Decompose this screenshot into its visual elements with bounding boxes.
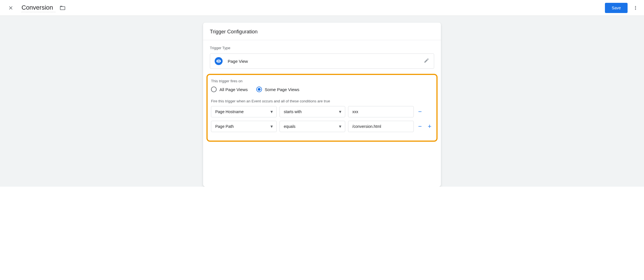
variable-value: Page Hostname [215, 109, 244, 114]
trigger-name-input[interactable] [22, 3, 56, 12]
card-title: Trigger Configuration [203, 23, 441, 40]
radio-label-some: Some Page Views [265, 87, 299, 92]
pencil-icon[interactable] [424, 58, 429, 64]
eye-icon [215, 57, 223, 65]
conditions-label: Fire this trigger when an Event occurs a… [211, 99, 433, 103]
radio-icon [256, 87, 262, 92]
variable-select[interactable]: Page Path ▼ [211, 121, 277, 132]
trigger-type-label: Trigger Type [210, 46, 434, 50]
radio-some-page-views[interactable]: Some Page Views [256, 87, 299, 92]
condition-row: Page Hostname ▼ starts with ▼ − [211, 106, 433, 117]
radio-all-page-views[interactable]: All Page Views [211, 87, 248, 92]
close-icon[interactable] [6, 3, 15, 12]
fires-on-label: This trigger fires on [211, 79, 433, 83]
chevron-down-icon: ▼ [338, 124, 342, 129]
chevron-down-icon: ▼ [270, 109, 274, 114]
trigger-config-card: Trigger Configuration Trigger Type Page … [203, 23, 441, 187]
chevron-down-icon: ▼ [270, 124, 274, 129]
variable-value: Page Path [215, 124, 234, 129]
trigger-type-section: Trigger Type Page View [203, 40, 441, 69]
radio-icon [211, 87, 217, 92]
condition-value-input[interactable] [348, 121, 414, 132]
fires-on-highlight: This trigger fires on All Page Views Som… [206, 74, 438, 142]
condition-row: Page Path ▼ equals ▼ − + [211, 121, 433, 132]
operator-select[interactable]: equals ▼ [280, 121, 345, 132]
trigger-type-name: Page View [228, 59, 424, 64]
operator-select[interactable]: starts with ▼ [280, 106, 345, 117]
variable-select[interactable]: Page Hostname ▼ [211, 106, 277, 117]
operator-value: equals [284, 124, 295, 129]
folder-icon[interactable] [59, 5, 66, 11]
operator-value: starts with [284, 109, 302, 114]
radio-label-all: All Page Views [219, 87, 248, 92]
chevron-down-icon: ▼ [338, 109, 342, 114]
remove-condition-button[interactable]: − [417, 108, 423, 116]
radio-group: All Page Views Some Page Views [211, 87, 433, 92]
add-condition-button[interactable]: + [426, 122, 433, 130]
trigger-type-row[interactable]: Page View [210, 53, 434, 69]
remove-condition-button[interactable]: − [417, 122, 423, 130]
condition-value-input[interactable] [348, 106, 414, 117]
more-menu-icon[interactable] [631, 3, 640, 12]
modal-header: Save [0, 0, 644, 16]
editor-canvas: Trigger Configuration Trigger Type Page … [0, 16, 644, 187]
save-button[interactable]: Save [605, 3, 628, 13]
